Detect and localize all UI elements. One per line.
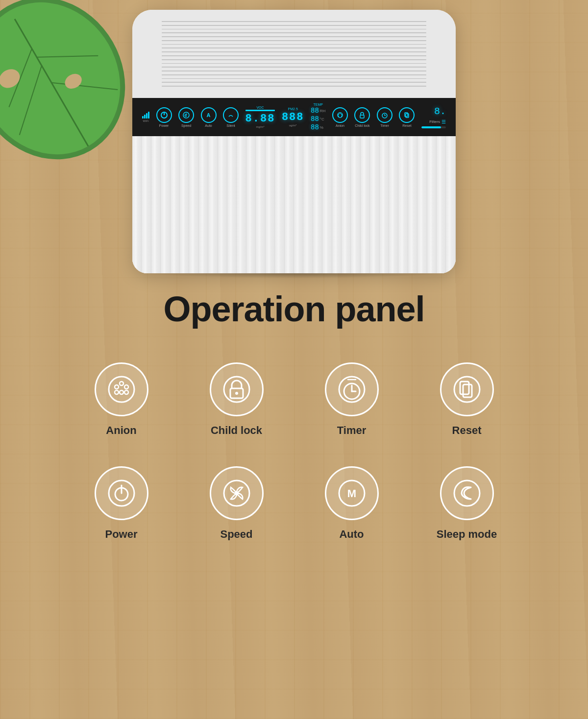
temp-rh-value: 88 bbox=[311, 107, 319, 115]
temp-c-unit: °C bbox=[320, 117, 324, 121]
grille-line bbox=[162, 74, 426, 75]
anion-item: Anion bbox=[74, 362, 169, 437]
svg-point-13 bbox=[338, 114, 339, 115]
sleep-mode-icon-circle bbox=[440, 466, 494, 520]
voc-display: VOC 8.88 mg/m³ bbox=[245, 106, 275, 128]
temp-c-value: 88 bbox=[311, 115, 319, 123]
anion-panel-button[interactable]: Anion bbox=[332, 107, 348, 127]
auto-label: Auto bbox=[339, 528, 364, 541]
control-panel: WiFi Power Speed A Auto bbox=[132, 98, 456, 136]
speed-label: Speed bbox=[220, 528, 252, 541]
voc-value: 8.88 bbox=[245, 113, 275, 125]
svg-point-30 bbox=[124, 390, 128, 394]
child-lock-label: Child lock bbox=[211, 424, 262, 437]
device-body bbox=[132, 136, 456, 273]
reset-icon-circle bbox=[440, 362, 494, 416]
grille-line bbox=[162, 44, 426, 45]
svg-point-28 bbox=[115, 390, 119, 394]
power-panel-button[interactable]: Power bbox=[156, 107, 172, 127]
icons-grid: Anion Child lock Timer bbox=[74, 362, 514, 541]
svg-point-25 bbox=[115, 385, 119, 389]
wifi-icon bbox=[142, 112, 149, 119]
childlock-panel-button[interactable]: Child lock bbox=[354, 107, 370, 127]
page-title: Operation panel bbox=[163, 289, 424, 329]
anion-label: Anion bbox=[106, 424, 136, 437]
air-purifier-device: WiFi Power Speed A Auto bbox=[132, 10, 456, 273]
temp-rh-unit: RH bbox=[320, 109, 326, 113]
timer-panel-label: Timer bbox=[380, 124, 389, 127]
voc-unit: mg/m³ bbox=[256, 125, 264, 128]
grille-line bbox=[162, 71, 426, 72]
moon-icon bbox=[452, 479, 482, 508]
grille-line bbox=[162, 29, 426, 30]
section-title-container: Operation panel bbox=[163, 289, 424, 329]
svg-point-49 bbox=[454, 480, 480, 506]
auto-item: M Auto bbox=[304, 466, 399, 541]
grille-line bbox=[162, 36, 426, 37]
auto-icon-circle: M bbox=[325, 466, 379, 520]
lock-icon bbox=[222, 375, 251, 404]
grille-line bbox=[162, 78, 426, 79]
timer-item: Timer bbox=[304, 362, 399, 437]
svg-point-26 bbox=[120, 382, 123, 385]
svg-point-14 bbox=[340, 113, 341, 114]
timer-icon-circle bbox=[325, 362, 379, 416]
speed-icon-circle bbox=[210, 466, 264, 520]
top-grille bbox=[132, 10, 456, 98]
grille-line bbox=[162, 86, 426, 87]
svg-point-29 bbox=[120, 390, 123, 394]
svg-rect-18 bbox=[360, 115, 364, 118]
anion-icon bbox=[107, 375, 136, 404]
grille-line bbox=[162, 25, 426, 26]
anion-panel-label: Anion bbox=[336, 124, 344, 127]
power-label: Power bbox=[105, 528, 137, 541]
childlock-panel-label: Child lock bbox=[355, 124, 369, 127]
fan-icon bbox=[222, 479, 251, 508]
temp-pct-value: 88 bbox=[311, 123, 319, 131]
svg-text:M: M bbox=[347, 487, 356, 500]
filter-label: Filters bbox=[429, 120, 440, 124]
filter-progress bbox=[421, 126, 446, 128]
temp-display: TEMP 88 RH 88 °C 88 % bbox=[311, 103, 325, 131]
svg-point-17 bbox=[341, 116, 342, 117]
grille-line bbox=[162, 32, 426, 33]
timer-icon bbox=[337, 375, 367, 404]
temp-label: TEMP bbox=[313, 103, 322, 106]
reset-item: Reset bbox=[419, 362, 514, 437]
reset-panel-button[interactable]: Reset bbox=[399, 107, 415, 127]
device-container: WiFi Power Speed A Auto bbox=[122, 10, 466, 278]
reset-label: Reset bbox=[452, 424, 482, 437]
speed-panel-button[interactable]: Speed bbox=[178, 107, 194, 127]
power-icon bbox=[107, 479, 136, 508]
silent-label: Silent bbox=[226, 124, 235, 127]
body-ribs bbox=[132, 136, 456, 273]
grille-line bbox=[162, 67, 426, 68]
sleep-mode-label: Sleep mode bbox=[437, 528, 497, 541]
svg-point-33 bbox=[235, 392, 238, 395]
timer-panel-button[interactable]: Timer bbox=[377, 107, 392, 127]
svg-point-24 bbox=[109, 377, 134, 402]
voc-label: VOC bbox=[256, 106, 264, 109]
pm25-value: 888 bbox=[282, 111, 304, 123]
silent-panel-button[interactable]: Silent bbox=[223, 107, 239, 127]
svg-point-16 bbox=[338, 116, 339, 117]
temp-pct-unit: % bbox=[320, 125, 323, 130]
filter-indicator: 8. Filters ☰ bbox=[421, 106, 446, 128]
auto-label: Auto bbox=[205, 124, 212, 127]
grille-line bbox=[162, 51, 426, 52]
child-lock-item: Child lock bbox=[189, 362, 284, 437]
auto-panel-button[interactable]: A Auto bbox=[201, 107, 217, 127]
sleep-mode-item: Sleep mode bbox=[419, 466, 514, 541]
grille-line bbox=[162, 21, 426, 22]
grille-line bbox=[162, 40, 426, 41]
reset-icon bbox=[452, 375, 482, 404]
child-lock-icon-circle bbox=[210, 362, 264, 416]
grille-line bbox=[162, 63, 426, 64]
leaf-decoration bbox=[0, 0, 127, 171]
auto-icon: M bbox=[337, 479, 367, 508]
speed-item: Speed bbox=[189, 466, 284, 541]
svg-point-15 bbox=[341, 114, 342, 115]
svg-rect-40 bbox=[460, 382, 469, 394]
power-label: Power bbox=[159, 124, 169, 127]
grille-line bbox=[162, 55, 426, 56]
